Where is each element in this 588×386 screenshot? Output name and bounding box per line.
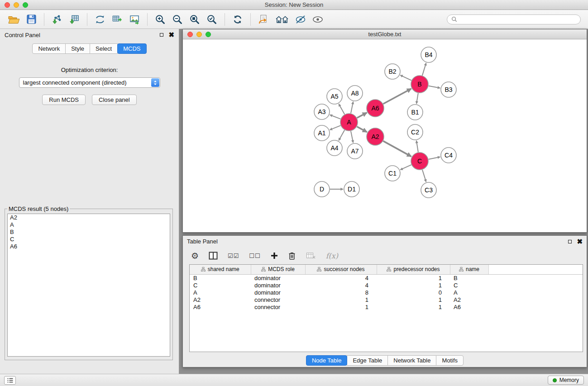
table-row[interactable]: A2connector11A2 xyxy=(190,296,583,304)
graph-edge-C-C1[interactable] xyxy=(400,165,411,170)
graph-node-C2[interactable]: C2 xyxy=(407,124,423,140)
table-row[interactable]: Adominator80A xyxy=(190,289,583,296)
table-row[interactable]: Cdominator41C xyxy=(190,282,583,289)
column-header-name[interactable]: name xyxy=(450,265,488,274)
mcds-result-list[interactable]: A2ABCA6 xyxy=(7,214,170,357)
delete-table-icon[interactable] xyxy=(306,252,316,260)
graph-edge-A-A2[interactable] xyxy=(357,127,367,132)
tab-node-table[interactable]: Node Table xyxy=(306,355,348,366)
minimize-button[interactable] xyxy=(14,2,19,8)
graph-edge-A-A8[interactable] xyxy=(351,102,353,114)
delete-row-trash-icon[interactable] xyxy=(288,252,296,260)
graph-edge-B-B2[interactable] xyxy=(400,75,411,81)
network-minimize-button[interactable] xyxy=(196,32,202,37)
graph-edge-B-B3[interactable] xyxy=(429,86,440,88)
zoom-fit-button[interactable] xyxy=(186,12,203,27)
float-table-panel-icon[interactable] xyxy=(568,240,572,243)
graph-node-B[interactable]: B xyxy=(411,76,428,93)
graph-edge-A-A6[interactable] xyxy=(357,113,367,118)
run-mcds-button[interactable]: Run MCDS xyxy=(42,95,86,105)
document-export-button[interactable] xyxy=(255,12,272,27)
tab-edge-table[interactable]: Edge Table xyxy=(347,355,388,366)
mcds-result-item[interactable]: A2 xyxy=(8,214,170,221)
graph-node-A1[interactable]: A1 xyxy=(314,125,330,141)
graph-edge-C-C4[interactable] xyxy=(429,157,440,159)
open-session-button[interactable] xyxy=(5,12,23,27)
graph-node-A6[interactable]: A6 xyxy=(367,100,384,117)
graph-node-B4[interactable]: B4 xyxy=(421,47,436,62)
import-table-button[interactable] xyxy=(66,12,83,27)
graph-edge-B-B4[interactable] xyxy=(422,63,426,76)
graph-node-B3[interactable]: B3 xyxy=(441,82,456,97)
column-header-mcds-role[interactable]: MCDS role xyxy=(251,265,305,274)
graph-edge-A-A7[interactable] xyxy=(351,131,353,143)
graph-node-A5[interactable]: A5 xyxy=(327,89,342,104)
task-history-button[interactable] xyxy=(4,376,16,385)
tab-select[interactable]: Select xyxy=(90,43,118,54)
graph-edge-A-A4[interactable] xyxy=(339,130,344,140)
column-header-shared-name[interactable]: shared name xyxy=(190,265,251,274)
export-image-button[interactable] xyxy=(126,12,143,27)
graph-node-A2[interactable]: A2 xyxy=(367,128,384,145)
graph-edge-A6-B[interactable] xyxy=(383,89,411,104)
network-graph[interactable]: AA6A2BCA1A3A4A5A7A8B1B2B3B4C1C2C3C4DD1 xyxy=(183,39,587,232)
graph-edge-A-A5[interactable] xyxy=(339,104,344,114)
optimization-select[interactable]: largest connected component (directed) xyxy=(19,77,160,88)
network-zoom-button[interactable] xyxy=(206,32,211,37)
mcds-result-item[interactable]: C xyxy=(8,236,170,243)
zoom-in-button[interactable] xyxy=(152,12,169,27)
float-panel-icon[interactable] xyxy=(160,33,163,37)
graph-node-C[interactable]: C xyxy=(411,152,428,170)
import-network-button[interactable] xyxy=(48,12,66,27)
graph-node-A7[interactable]: A7 xyxy=(347,143,363,159)
show-columns-icon[interactable] xyxy=(209,252,218,260)
zoom-out-button[interactable] xyxy=(169,12,186,27)
network-close-button[interactable] xyxy=(187,32,193,37)
column-header-predecessor-nodes[interactable]: predecessor nodes xyxy=(377,265,450,274)
graph-edge-B-B1[interactable] xyxy=(416,93,418,104)
tab-network-table[interactable]: Network Table xyxy=(387,355,436,366)
graph-node-C3[interactable]: C3 xyxy=(421,182,436,198)
memory-button[interactable]: Memory xyxy=(548,376,584,385)
graph-edge-A-A3[interactable] xyxy=(330,115,341,119)
tab-motifs[interactable]: Motifs xyxy=(436,355,464,366)
refresh-button[interactable] xyxy=(229,12,246,27)
mcds-result-item[interactable]: A6 xyxy=(8,243,170,250)
graph-node-D1[interactable]: D1 xyxy=(344,181,359,197)
style-preview-button[interactable] xyxy=(292,12,309,27)
zoom-selected-button[interactable] xyxy=(203,12,220,27)
zoom-button[interactable] xyxy=(23,2,28,8)
network-canvas[interactable]: AA6A2BCA1A3A4A5A7A8B1B2B3B4C1C2C3C4DD1 xyxy=(183,39,587,232)
graph-node-A3[interactable]: A3 xyxy=(314,104,330,119)
show-details-button[interactable] xyxy=(309,12,326,27)
save-session-button[interactable] xyxy=(23,12,40,27)
graph-edge-C-C3[interactable] xyxy=(422,170,426,182)
graph-node-A4[interactable]: A4 xyxy=(327,140,342,156)
mcds-result-item[interactable]: B xyxy=(8,229,170,236)
graph-node-B2[interactable]: B2 xyxy=(385,64,400,79)
search-input[interactable] xyxy=(460,16,576,23)
table-row[interactable]: A6connector11A6 xyxy=(190,304,583,311)
settings-gear-icon[interactable]: ⚙ xyxy=(191,251,199,261)
close-panel-button[interactable]: Close panel xyxy=(92,95,137,105)
export-network-button[interactable] xyxy=(91,12,109,27)
select-all-icon[interactable]: ☑☑ xyxy=(228,253,239,259)
close-table-panel-icon[interactable]: ✖ xyxy=(577,239,583,244)
add-row-icon[interactable] xyxy=(271,252,278,259)
function-builder-icon[interactable]: f(x) xyxy=(326,252,338,260)
mcds-result-item[interactable]: A xyxy=(8,221,170,229)
tab-network[interactable]: Network xyxy=(32,43,66,54)
graph-node-D[interactable]: D xyxy=(314,181,330,197)
graph-node-C4[interactable]: C4 xyxy=(441,148,456,163)
export-table-button[interactable] xyxy=(109,12,126,27)
close-panel-icon[interactable]: ✖ xyxy=(168,33,174,37)
graph-edge-A-A1[interactable] xyxy=(330,125,341,130)
graph-node-C1[interactable]: C1 xyxy=(385,166,400,181)
tab-mcds[interactable]: MCDS xyxy=(117,43,146,54)
close-button[interactable] xyxy=(5,2,10,8)
graph-edge-A2-C[interactable] xyxy=(383,141,411,157)
graph-node-B1[interactable]: B1 xyxy=(407,105,423,120)
deselect-all-icon[interactable]: ☐☐ xyxy=(249,253,260,259)
graph-node-A[interactable]: A xyxy=(340,114,358,131)
graph-edge-C-C2[interactable] xyxy=(416,141,418,152)
